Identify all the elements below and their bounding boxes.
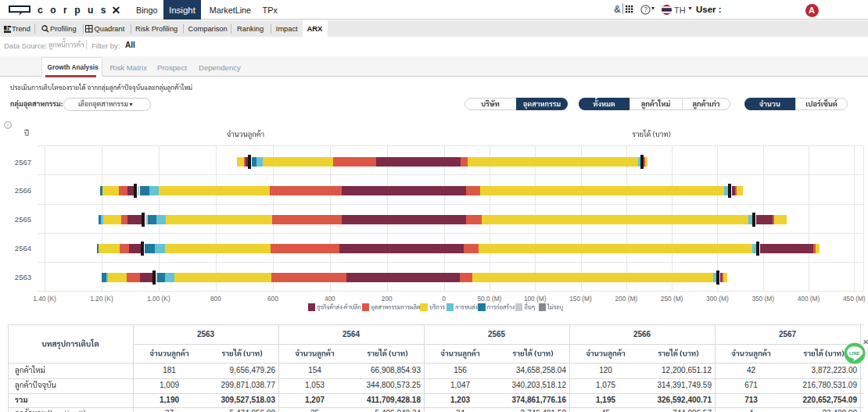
svg-text:LINE: LINE xyxy=(849,351,859,356)
svg-text:?: ? xyxy=(644,5,647,13)
svg-text:!: ! xyxy=(7,123,9,128)
